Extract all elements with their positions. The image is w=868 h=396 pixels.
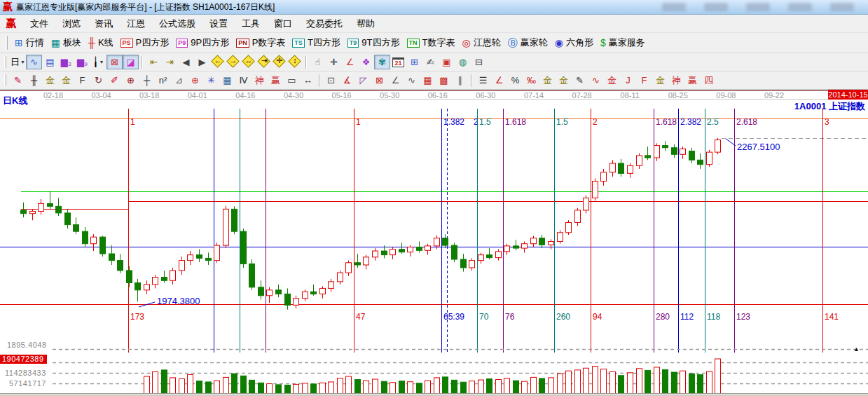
menu-item-9[interactable]: 帮助 <box>350 15 382 32</box>
9p-square-button[interactable]: P99P四方形 <box>172 35 233 50</box>
gold-angle-tool[interactable]: 金 <box>652 73 668 88</box>
hexagon-button[interactable]: ◉六角形 <box>551 35 597 50</box>
smart-analysis-button[interactable]: ✾ <box>374 55 390 69</box>
three-bars-button[interactable]: ▆₃ <box>58 55 74 69</box>
volume-bar <box>206 382 212 394</box>
marker-pencil-tool[interactable]: ✐ <box>106 73 123 88</box>
fibonacci-tool[interactable]: F <box>74 73 90 88</box>
grid-lines-tool[interactable]: ┼ <box>139 73 155 88</box>
gold-lines-tool[interactable]: 金 <box>556 73 572 88</box>
box-tool[interactable]: ⊡ <box>323 73 339 88</box>
golden-section-tool[interactable]: 金 <box>58 73 74 88</box>
angle-ruler-tool[interactable]: ⊿ <box>171 73 187 88</box>
gann-pencil-tool[interactable]: ✎ <box>10 73 26 88</box>
menu-item-0[interactable]: 文件 <box>23 15 55 32</box>
menu-item-7[interactable]: 窗口 <box>267 15 299 32</box>
box-diagonal-tool[interactable]: ⊠ <box>371 73 387 88</box>
compass-red-tool[interactable]: ⊕ <box>187 73 203 88</box>
permille-tool[interactable]: ‰ <box>523 73 539 88</box>
p-table-button[interactable]: PNP数字表 <box>233 35 289 50</box>
menu-item-2[interactable]: 资讯 <box>88 15 120 32</box>
calculator-button[interactable]: ⊞ <box>406 55 422 69</box>
percent-tool[interactable]: % <box>507 73 523 88</box>
j-angle-tool[interactable]: J <box>620 73 636 88</box>
roman-marks-tool[interactable]: Ⅳ <box>235 73 252 88</box>
menu-item-5[interactable]: 设置 <box>202 15 235 32</box>
red-grid2-tool[interactable]: ▩ <box>436 73 452 88</box>
crosshair-button[interactable]: ✛ <box>326 55 342 69</box>
win-tool[interactable]: 赢 <box>268 73 284 88</box>
zoom-out-button[interactable]: ↕ <box>287 55 303 69</box>
last-page-button[interactable]: ⇥ <box>162 55 178 69</box>
compass-blue-tool[interactable]: ✳ <box>203 73 219 88</box>
info-panel-button[interactable]: ▤ <box>42 55 58 69</box>
t-table-button[interactable]: TNT数字表 <box>404 35 459 50</box>
zoom-in-button[interactable]: ✛ <box>272 55 287 69</box>
volume-style-button[interactable]: ◪ <box>123 55 139 69</box>
fan-lines-tool[interactable]: ∡ <box>339 73 355 88</box>
gann-circle-tool[interactable]: ⊕ <box>123 73 139 88</box>
print-button[interactable]: ⊟ <box>471 55 487 69</box>
next-page-button[interactable]: ▶ <box>194 55 210 69</box>
menu-item-4[interactable]: 公式选股 <box>152 15 202 32</box>
menu-item-8[interactable]: 交易委托 <box>299 15 350 32</box>
main-chart[interactable]: 11731471.38265:3921.5701.618761.52602941… <box>0 90 868 396</box>
width-measure-tool[interactable]: ↔ <box>300 73 316 88</box>
p-square-button[interactable]: PSP四方形 <box>117 35 173 50</box>
shift-right-button[interactable]: → <box>226 55 241 69</box>
gold-circle-tool[interactable]: 金 <box>539 73 556 88</box>
four-angle-tool[interactable]: 四 <box>701 73 717 88</box>
arc-tool[interactable]: ∿ <box>404 73 420 88</box>
candle-style-button[interactable]: ╽▼ <box>90 55 106 69</box>
save-button[interactable]: ▣ <box>439 55 455 69</box>
vertical-lines-tool[interactable]: ╫ <box>26 73 42 88</box>
prev-page-button[interactable]: ◀ <box>178 55 194 69</box>
gann-wheel-button[interactable]: ◎江恩轮 <box>458 35 504 50</box>
quotes-button[interactable]: ⊞行情 <box>11 35 48 50</box>
ex-rights-button[interactable]: ⊠ <box>106 55 123 69</box>
parallel-lines-tool[interactable]: ∥ <box>452 73 468 88</box>
period-daily-button[interactable]: 日▼ <box>10 55 26 69</box>
shen-tool[interactable]: 神 <box>252 73 268 88</box>
region-select-button[interactable]: ❖ <box>358 55 374 69</box>
shift-left-button[interactable]: ← <box>210 55 226 69</box>
kline-button[interactable]: ╫K线 <box>85 35 117 50</box>
network-button[interactable]: ◍ <box>455 55 471 69</box>
winner-wheel-button[interactable]: Ⓑ赢家轮 <box>504 35 551 50</box>
red-grid-tool[interactable]: ▦ <box>420 73 436 88</box>
first-page-button[interactable]: ⇤ <box>146 55 162 69</box>
scroll-up-arrow[interactable]: ▲ <box>853 346 860 353</box>
chart-style-button[interactable]: ∿ <box>26 55 42 69</box>
spiral-tool[interactable]: ↻ <box>90 73 106 88</box>
expand-x-button[interactable]: ↔ <box>241 55 256 69</box>
volume-bar <box>452 380 457 394</box>
compress-x-button[interactable]: ⇥ <box>256 55 272 69</box>
web-grid-tool[interactable]: ▦ <box>219 73 235 88</box>
ruler-123-tool[interactable]: ▭ <box>284 73 300 88</box>
sectors-button[interactable]: ▦板块 <box>48 35 85 50</box>
fan-box-tool[interactable]: ◸ <box>355 73 371 88</box>
gold-red-tool[interactable]: 金 <box>604 73 620 88</box>
nine-bars-button[interactable]: ▆₉ <box>74 55 90 69</box>
percent-angle-tool[interactable]: ∠ <box>491 73 507 88</box>
shen-angle-tool[interactable]: 神 <box>668 73 684 88</box>
menu-item-1[interactable]: 浏览 <box>55 15 88 32</box>
n-square-tool[interactable]: n² <box>155 73 171 88</box>
calendar-button[interactable]: 21 <box>390 55 406 69</box>
drag-hand-button[interactable]: ☝ <box>310 55 326 69</box>
menu-item-3[interactable]: 江恩 <box>120 15 152 32</box>
t-square-button[interactable]: TST四方形 <box>289 35 343 50</box>
9t-square-button[interactable]: T99T四方形 <box>344 35 404 50</box>
stats-bars-tool[interactable]: ☰ <box>475 73 491 88</box>
golden-ratio-tool[interactable]: 金 <box>42 73 58 88</box>
angle-measure-button[interactable]: ∠ <box>342 55 358 69</box>
menu-item-6[interactable]: 工具 <box>235 15 267 32</box>
trend-angle-tool[interactable]: ∠ <box>387 73 404 88</box>
notes-button[interactable]: ✍ <box>422 55 439 69</box>
f-angle-tool[interactable]: F <box>636 73 652 88</box>
winner-service-button[interactable]: $赢家服务 <box>597 35 649 50</box>
wave-line-tool[interactable]: ∿ <box>588 73 604 88</box>
win-angle-tool[interactable]: 赢 <box>684 73 701 88</box>
pen-line-tool[interactable]: ✎ <box>572 73 588 88</box>
horizontal-scrollbar[interactable] <box>0 393 868 396</box>
